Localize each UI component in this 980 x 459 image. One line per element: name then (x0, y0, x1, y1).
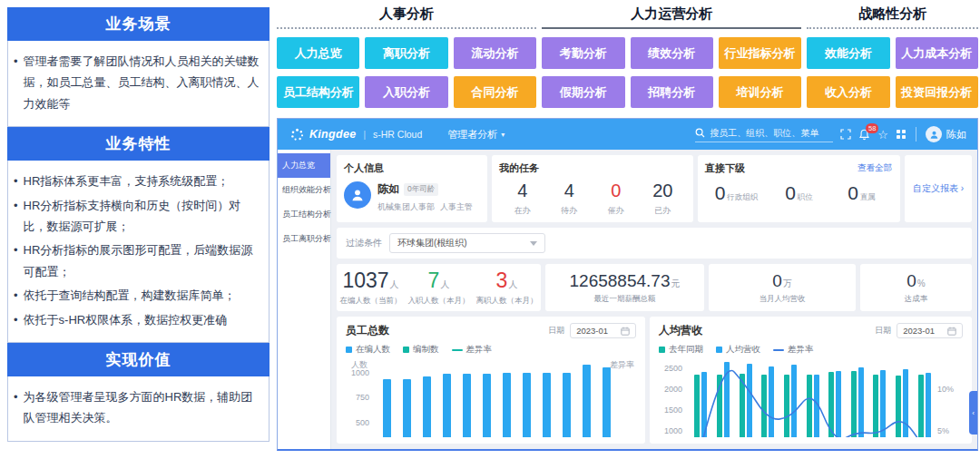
notification-bell-icon[interactable]: 58 (858, 129, 870, 141)
bar-group (456, 359, 476, 437)
bar-group (436, 359, 456, 437)
user-avatar[interactable]: 陈如 (926, 126, 966, 142)
subordinate-value: 0 (785, 182, 796, 203)
analysis-button[interactable]: 离职分析 (365, 37, 447, 69)
scan-icon[interactable] (840, 129, 851, 140)
bars-area (377, 359, 616, 437)
user-name: 陈如 (946, 128, 966, 142)
analysis-button[interactable]: 合同分析 (454, 76, 536, 108)
nav-manager-analysis[interactable]: 管理者分析 ▾ (447, 128, 505, 142)
section-title-0: 业务场景 (7, 7, 270, 41)
analysis-button[interactable]: 效能分析 (807, 37, 889, 69)
sidebar-item-2[interactable]: 员工结构分析 (278, 202, 330, 227)
profile-card-title: 个人信息 (344, 161, 480, 175)
analysis-button[interactable]: 绩效分析 (631, 37, 713, 69)
legend-label: 编制数 (413, 344, 439, 356)
analysis-button[interactable]: 行业指标分析 (719, 37, 801, 69)
bar-group (377, 359, 397, 437)
analysis-button[interactable]: 员工结构分析 (277, 76, 359, 108)
task-item: 20已办 (640, 181, 687, 217)
bar (423, 376, 431, 437)
task-item: 4在办 (499, 181, 546, 217)
stat-value-line: 7人 (405, 269, 473, 293)
sidebar-item-1[interactable]: 组织效能分析 (278, 178, 330, 202)
analysis-group-header: 战略性分析 (807, 5, 978, 29)
line-swatch (452, 349, 463, 351)
date-label: 日期 (875, 325, 891, 337)
date-input[interactable]: 2023-01 (570, 323, 636, 338)
profile-avatar (344, 181, 371, 209)
chart-title: 人均营收 (659, 323, 702, 338)
side-panel-toggle[interactable]: ‹ (969, 391, 977, 435)
stat-label: 达成率 (905, 294, 928, 305)
subordinates-card: 直接下级 查看全部 0行政组织0职位0直属 (698, 155, 900, 222)
legend-label: 去年同期 (669, 344, 703, 356)
stat-label: 在编人数（当前） (337, 296, 405, 307)
stat-value: 12658854.73 (570, 271, 671, 290)
bar-group (496, 359, 516, 437)
global-search-input[interactable]: 搜员工、组织、职位、菜单 (695, 127, 833, 142)
calendar-icon (621, 327, 630, 336)
org-filter-select[interactable]: 环球集团(根组织) (389, 233, 545, 253)
bullet-dot: • (14, 51, 18, 114)
analysis-button[interactable]: 招聘分析 (631, 76, 713, 108)
profile-org: 机械集团人事部 (377, 201, 435, 213)
stat-value: 7 (428, 269, 440, 292)
search-icon (695, 128, 705, 138)
analysis-button[interactable]: 入职分析 (365, 76, 447, 108)
chart-header: 员工总数日期2023-01 (346, 323, 636, 338)
stat-unit: 万 (783, 278, 792, 288)
analysis-button[interactable]: 收入分析 (807, 76, 889, 108)
stat-value: 0 (906, 271, 916, 290)
task-value: 0 (593, 181, 640, 201)
custom-report-link[interactable]: 自定义报表 › (913, 182, 964, 195)
date-value: 2023-01 (903, 326, 935, 336)
bullet-dot: • (14, 195, 18, 238)
bar-group (516, 359, 536, 437)
square-swatch (659, 347, 665, 353)
sidebar-item-3[interactable]: 员工离职分析 (278, 227, 330, 251)
analysis-group-headers: 人事分析人力运营分析战略性分析 (277, 5, 978, 29)
view-all-link[interactable]: 查看全部 (858, 162, 892, 174)
section-title-1: 业务特性 (7, 127, 270, 161)
bar (603, 367, 611, 438)
stat-unit: 元 (671, 278, 680, 288)
legend-item: 在编人数 (346, 344, 390, 356)
bullet-dot: • (14, 285, 18, 306)
date-input[interactable]: 2023-01 (897, 323, 963, 338)
bullet-dot: • (14, 386, 18, 429)
apps-grid-icon[interactable] (896, 129, 906, 140)
section-body-2: •为各级管理者呈现多方面的HR数据，辅助团队管理相关决策。 (7, 376, 270, 442)
bar-group (416, 359, 436, 437)
select-caret-icon (530, 241, 537, 246)
analysis-button[interactable]: 考勤分析 (542, 37, 624, 69)
bullet-item: •管理者需要了解团队情况和人员相关的关键数据，如员工总量、员工结构、入离职情况、… (14, 51, 261, 114)
analysis-button[interactable]: 假期分析 (542, 76, 624, 108)
filter-label: 过滤条件 (346, 237, 382, 249)
analysis-button[interactable]: 培训分析 (719, 76, 801, 108)
analysis-button[interactable]: 人力总览 (277, 37, 359, 69)
bullet-item: •HR分析指标支持横向和历史（按时间）对比，数据源可扩展； (14, 195, 261, 238)
tasks-items: 4在办4待办0催办20已办 (499, 181, 686, 217)
sidebar-item-0[interactable]: 人力总览 (278, 153, 330, 178)
dashboard-main: 个人信息 陈如 0年司龄 机械集团人事部 (331, 150, 977, 449)
product-name: s-HR Cloud (373, 129, 422, 140)
subordinate-item: 0行政组织 (705, 182, 768, 204)
dashboard-sidebar: 人力总览组织效能分析员工结构分析员工离职分析 (278, 150, 331, 449)
analysis-button[interactable]: 流动分析 (454, 37, 536, 69)
brand-name: Kingdee (309, 128, 356, 141)
analysis-button[interactable]: 人力成本分析 (896, 37, 978, 69)
analysis-button[interactable]: 投资回报分析 (896, 76, 978, 108)
stats-row: 1037人在编人数（当前）7人入职人数（本月）3人离职人数（本月） 126588… (337, 264, 972, 311)
y-tick: 2500 (659, 364, 682, 373)
legend-label: 在编人数 (356, 344, 390, 356)
stat-label: 离职人数（本月） (473, 296, 541, 307)
stat-card: 0%达成率 (860, 264, 972, 311)
date-label: 日期 (548, 325, 564, 337)
section-title-2: 实现价值 (7, 343, 270, 376)
task-value: 4 (499, 181, 546, 201)
stat-unit: 人 (508, 279, 517, 289)
favorites-star-icon[interactable]: ☆ (877, 129, 888, 141)
calendar-icon (947, 327, 956, 336)
bar (463, 374, 471, 437)
